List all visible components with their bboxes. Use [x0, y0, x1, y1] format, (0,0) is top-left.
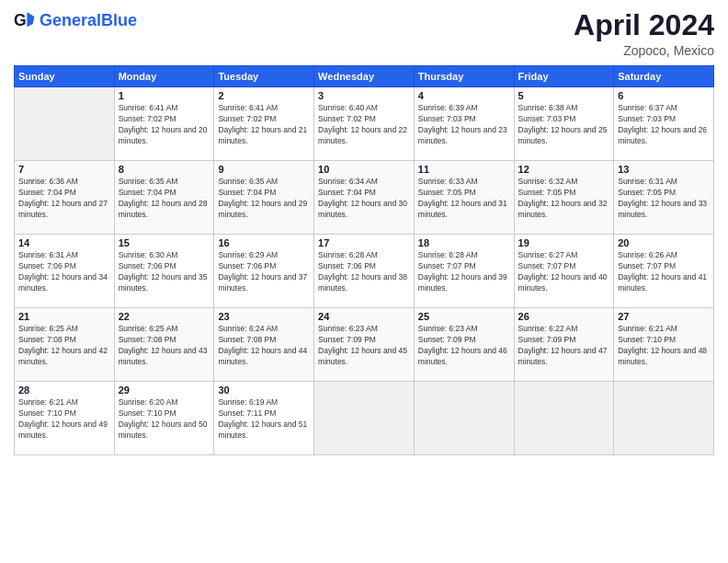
day-info: Sunrise: 6:33 AM Sunset: 7:05 PM Dayligh… — [418, 177, 510, 221]
day-info: Sunrise: 6:27 AM Sunset: 7:07 PM Dayligh… — [518, 250, 610, 294]
calendar-cell: 22 Sunrise: 6:25 AM Sunset: 7:08 PM Dayl… — [114, 308, 214, 382]
day-info: Sunrise: 6:41 AM Sunset: 7:02 PM Dayligh… — [119, 103, 210, 147]
day-number: 28 — [18, 385, 110, 396]
day-number: 3 — [318, 90, 410, 101]
day-info: Sunrise: 6:23 AM Sunset: 7:09 PM Dayligh… — [418, 324, 510, 368]
logo-text: GeneralBlue — [40, 11, 137, 30]
svg-marker-1 — [27, 12, 34, 27]
day-number: 8 — [119, 164, 210, 175]
day-number: 2 — [218, 90, 310, 101]
day-number: 9 — [218, 164, 310, 175]
day-info: Sunrise: 6:37 AM Sunset: 7:03 PM Dayligh… — [618, 103, 710, 147]
day-number: 24 — [318, 311, 410, 322]
day-number: 25 — [418, 311, 510, 322]
day-number: 27 — [618, 311, 710, 322]
month-title: April 2024 — [574, 9, 714, 41]
day-info: Sunrise: 6:30 AM Sunset: 7:06 PM Dayligh… — [119, 250, 210, 294]
calendar-cell — [314, 382, 415, 455]
day-number: 1 — [119, 90, 210, 101]
header-row: Sunday Monday Tuesday Wednesday Thursday… — [15, 66, 714, 87]
calendar-cell: 18 Sunrise: 6:28 AM Sunset: 7:07 PM Dayl… — [414, 235, 514, 308]
day-info: Sunrise: 6:28 AM Sunset: 7:07 PM Dayligh… — [418, 250, 510, 294]
title-block: April 2024 Zopoco, Mexico — [574, 9, 714, 58]
calendar-cell: 4 Sunrise: 6:39 AM Sunset: 7:03 PM Dayli… — [414, 87, 514, 161]
day-number: 23 — [218, 311, 310, 322]
location: Zopoco, Mexico — [574, 43, 714, 58]
day-info: Sunrise: 6:34 AM Sunset: 7:04 PM Dayligh… — [318, 177, 410, 221]
calendar-cell: 28 Sunrise: 6:21 AM Sunset: 7:10 PM Dayl… — [15, 382, 115, 455]
calendar-cell: 2 Sunrise: 6:41 AM Sunset: 7:02 PM Dayli… — [214, 87, 314, 161]
day-number: 14 — [18, 237, 110, 248]
calendar-cell: 26 Sunrise: 6:22 AM Sunset: 7:09 PM Dayl… — [514, 308, 614, 382]
calendar-cell: 5 Sunrise: 6:38 AM Sunset: 7:03 PM Dayli… — [514, 87, 614, 161]
day-info: Sunrise: 6:35 AM Sunset: 7:04 PM Dayligh… — [218, 177, 310, 221]
day-info: Sunrise: 6:19 AM Sunset: 7:11 PM Dayligh… — [218, 397, 310, 442]
day-number: 6 — [618, 90, 710, 101]
day-info: Sunrise: 6:38 AM Sunset: 7:03 PM Dayligh… — [518, 103, 610, 147]
calendar-cell: 29 Sunrise: 6:20 AM Sunset: 7:10 PM Dayl… — [114, 382, 214, 455]
day-info: Sunrise: 6:22 AM Sunset: 7:09 PM Dayligh… — [518, 324, 610, 368]
col-sunday: Sunday — [15, 66, 115, 87]
calendar-week-2: 7 Sunrise: 6:36 AM Sunset: 7:04 PM Dayli… — [15, 161, 714, 235]
col-saturday: Saturday — [614, 66, 714, 87]
day-info: Sunrise: 6:21 AM Sunset: 7:10 PM Dayligh… — [618, 324, 710, 368]
calendar-body: 1 Sunrise: 6:41 AM Sunset: 7:02 PM Dayli… — [15, 87, 714, 455]
day-info: Sunrise: 6:35 AM Sunset: 7:04 PM Dayligh… — [119, 177, 210, 221]
day-info: Sunrise: 6:21 AM Sunset: 7:10 PM Dayligh… — [18, 397, 110, 442]
day-number: 22 — [119, 311, 210, 322]
day-number: 21 — [18, 311, 110, 322]
calendar-cell: 1 Sunrise: 6:41 AM Sunset: 7:02 PM Dayli… — [114, 87, 214, 161]
calendar-cell: 13 Sunrise: 6:31 AM Sunset: 7:05 PM Dayl… — [614, 161, 714, 235]
page: G GeneralBlue April 2024 Zopoco, Mexico … — [0, 0, 728, 563]
day-number: 5 — [518, 90, 610, 101]
day-info: Sunrise: 6:32 AM Sunset: 7:05 PM Dayligh… — [518, 177, 610, 221]
calendar-week-3: 14 Sunrise: 6:31 AM Sunset: 7:06 PM Dayl… — [15, 235, 714, 308]
calendar-cell: 21 Sunrise: 6:25 AM Sunset: 7:08 PM Dayl… — [15, 308, 115, 382]
calendar-cell: 3 Sunrise: 6:40 AM Sunset: 7:02 PM Dayli… — [314, 87, 415, 161]
col-friday: Friday — [514, 66, 614, 87]
calendar-cell — [414, 382, 514, 455]
day-info: Sunrise: 6:29 AM Sunset: 7:06 PM Dayligh… — [218, 250, 310, 294]
header: G GeneralBlue April 2024 Zopoco, Mexico — [14, 9, 714, 58]
logo: G GeneralBlue — [14, 9, 137, 31]
day-info: Sunrise: 6:24 AM Sunset: 7:08 PM Dayligh… — [218, 324, 310, 368]
calendar-cell: 6 Sunrise: 6:37 AM Sunset: 7:03 PM Dayli… — [614, 87, 714, 161]
svg-text:G: G — [14, 11, 27, 29]
calendar-cell: 11 Sunrise: 6:33 AM Sunset: 7:05 PM Dayl… — [414, 161, 514, 235]
day-number: 4 — [418, 90, 510, 101]
day-number: 7 — [18, 164, 110, 175]
day-number: 11 — [418, 164, 510, 175]
calendar-cell: 25 Sunrise: 6:23 AM Sunset: 7:09 PM Dayl… — [414, 308, 514, 382]
calendar-cell: 23 Sunrise: 6:24 AM Sunset: 7:08 PM Dayl… — [214, 308, 314, 382]
col-thursday: Thursday — [414, 66, 514, 87]
day-number: 12 — [518, 164, 610, 175]
calendar-cell: 19 Sunrise: 6:27 AM Sunset: 7:07 PM Dayl… — [514, 235, 614, 308]
day-info: Sunrise: 6:20 AM Sunset: 7:10 PM Dayligh… — [119, 397, 210, 442]
calendar-cell: 17 Sunrise: 6:28 AM Sunset: 7:06 PM Dayl… — [314, 235, 415, 308]
calendar-cell — [614, 382, 714, 455]
day-number: 29 — [119, 385, 210, 396]
calendar-cell — [514, 382, 614, 455]
col-wednesday: Wednesday — [314, 66, 415, 87]
day-info: Sunrise: 6:31 AM Sunset: 7:06 PM Dayligh… — [18, 250, 110, 294]
col-monday: Monday — [114, 66, 214, 87]
day-info: Sunrise: 6:26 AM Sunset: 7:07 PM Dayligh… — [618, 250, 710, 294]
calendar-cell: 20 Sunrise: 6:26 AM Sunset: 7:07 PM Dayl… — [614, 235, 714, 308]
calendar-cell: 24 Sunrise: 6:23 AM Sunset: 7:09 PM Dayl… — [314, 308, 415, 382]
day-info: Sunrise: 6:23 AM Sunset: 7:09 PM Dayligh… — [318, 324, 410, 368]
day-number: 18 — [418, 237, 510, 248]
calendar-week-5: 28 Sunrise: 6:21 AM Sunset: 7:10 PM Dayl… — [15, 382, 714, 455]
calendar-cell: 30 Sunrise: 6:19 AM Sunset: 7:11 PM Dayl… — [214, 382, 314, 455]
day-number: 17 — [318, 237, 410, 248]
day-info: Sunrise: 6:40 AM Sunset: 7:02 PM Dayligh… — [318, 103, 410, 147]
day-number: 20 — [618, 237, 710, 248]
calendar-week-4: 21 Sunrise: 6:25 AM Sunset: 7:08 PM Dayl… — [15, 308, 714, 382]
logo-general: General — [40, 11, 101, 29]
day-info: Sunrise: 6:36 AM Sunset: 7:04 PM Dayligh… — [18, 177, 110, 221]
day-number: 26 — [518, 311, 610, 322]
calendar-week-1: 1 Sunrise: 6:41 AM Sunset: 7:02 PM Dayli… — [15, 87, 714, 161]
day-info: Sunrise: 6:41 AM Sunset: 7:02 PM Dayligh… — [218, 103, 310, 147]
calendar-cell: 12 Sunrise: 6:32 AM Sunset: 7:05 PM Dayl… — [514, 161, 614, 235]
calendar-cell: 8 Sunrise: 6:35 AM Sunset: 7:04 PM Dayli… — [114, 161, 214, 235]
day-number: 30 — [218, 385, 310, 396]
